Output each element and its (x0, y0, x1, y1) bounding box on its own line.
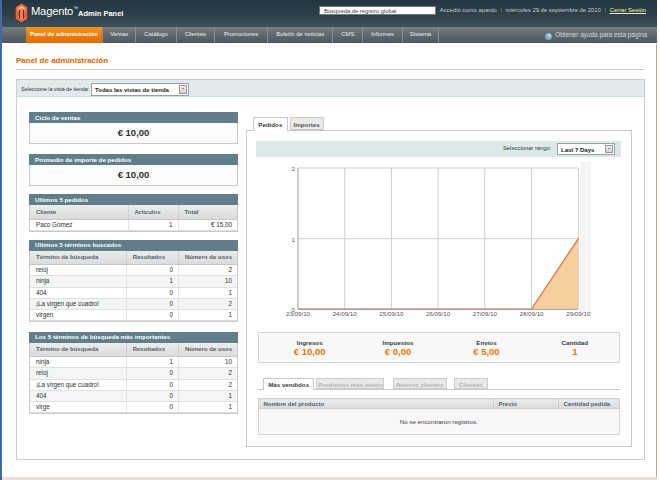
svg-text:24/09/10: 24/09/10 (333, 310, 358, 317)
svg-text:2: 2 (292, 165, 296, 172)
svg-text:26/09/10: 26/09/10 (426, 310, 451, 317)
svg-text:1: 1 (292, 236, 296, 243)
svg-text:29/09/10: 29/09/10 (566, 310, 591, 317)
svg-text:23/09/10: 23/09/10 (286, 310, 311, 317)
svg-text:25/09/10: 25/09/10 (379, 310, 404, 317)
svg-text:28/09/10: 28/09/10 (519, 310, 544, 317)
svg-text:27/09/10: 27/09/10 (473, 310, 498, 317)
